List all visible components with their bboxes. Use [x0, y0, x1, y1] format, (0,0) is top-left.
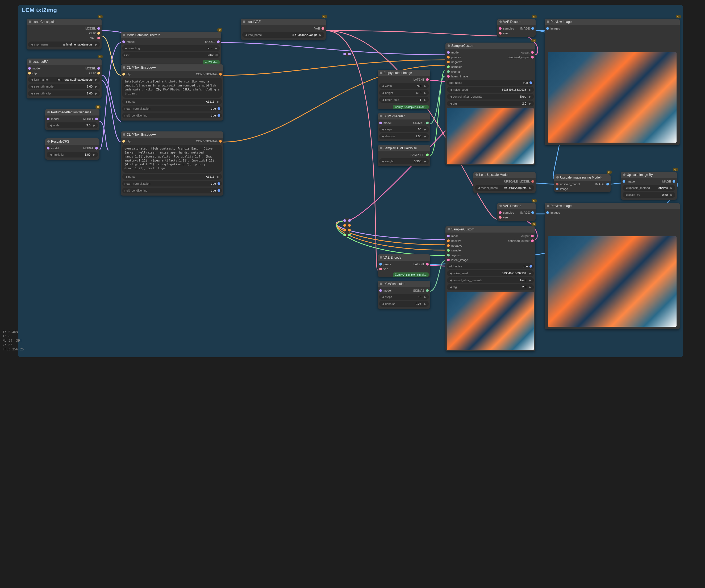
denoise-widget[interactable]: ◀denoise1.00▶: [379, 133, 429, 139]
node-title[interactable]: Preview Image: [545, 18, 680, 25]
add-noise-widget[interactable]: add_noisetrue: [447, 263, 534, 269]
node-sampler-lcm-dual-noise[interactable]: SamplerLCMDualNoise SAMPLER ◀weight0.900…: [378, 145, 430, 166]
reroute[interactable]: [345, 52, 349, 56]
node-empty-latent-image[interactable]: Empty Latent Image LATENT ◀width768▶ ◀he…: [378, 70, 430, 109]
in-samples[interactable]: samples: [503, 211, 514, 214]
node-vae-encode[interactable]: VAE Encode pixelsLATENT vae ComfyUI-samp…: [378, 254, 430, 277]
prompt-text[interactable]: intricately detailed art photo by michik…: [122, 78, 222, 98]
in-vae[interactable]: vae: [383, 267, 388, 271]
ctrl-after-gen-widget[interactable]: ◀control_after_generatefixed▶: [447, 277, 534, 283]
in-sampler[interactable]: sampler: [451, 249, 462, 252]
node-upscale-image-model[interactable]: ⚙ Upscale Image (using Model) upscale_mo…: [554, 174, 611, 192]
strength-clip-widget[interactable]: ◀strength_clip1.00▶: [28, 90, 100, 96]
zsnr-widget[interactable]: zsnrfalse: [122, 52, 220, 58]
node-title[interactable]: Empty Latent Image: [378, 70, 430, 76]
reroute-block[interactable]: [345, 218, 349, 237]
cfg-widget[interactable]: ◀cfg2.0▶: [447, 100, 534, 106]
node-rescale-cfg[interactable]: RescaleCFG modelMODEL ◀multiplier1.00▶: [45, 138, 99, 160]
out-image[interactable]: IMAGE: [520, 211, 530, 214]
prev-arrow[interactable]: ◀: [30, 43, 34, 46]
node-load-checkpoint[interactable]: ⚙ Load Checkpoint MODEL CLIP VAE ◀ckpt_n…: [27, 18, 102, 49]
node-vae-decode-2[interactable]: ⚙ VAE Decode samplesIMAGE vae: [497, 203, 535, 221]
out-conditioning[interactable]: CONDITIONING: [196, 73, 218, 76]
in-sampler[interactable]: sampler: [451, 65, 462, 69]
in-model[interactable]: model: [51, 117, 59, 121]
batch-size-widget[interactable]: ◀batch_size1▶: [379, 97, 429, 103]
in-images[interactable]: images: [551, 211, 560, 214]
in-image[interactable]: image: [627, 180, 635, 183]
out-latent[interactable]: LATENT: [414, 263, 424, 266]
add-noise-widget[interactable]: add_noisetrue: [447, 80, 534, 86]
out-denoised[interactable]: denoised_output: [508, 239, 529, 242]
in-model[interactable]: model: [451, 51, 459, 54]
node-title[interactable]: Preview Image: [545, 203, 680, 209]
node-title[interactable]: CLIP Text Encode++: [121, 64, 223, 71]
node-title[interactable]: SamplerCustom: [445, 226, 535, 232]
node-title[interactable]: Load VAE: [241, 18, 326, 25]
model-name-widget[interactable]: ◀model_name4x-UltraSharp.pth▶: [475, 185, 534, 191]
node-load-upscale-model[interactable]: Load Upscale Model UPSCALE_MODEL ◀model_…: [473, 172, 535, 193]
out-sigmas[interactable]: SIGMAS: [413, 289, 424, 292]
out-vae[interactable]: VAE: [314, 27, 320, 30]
node-lcm-scheduler-2[interactable]: LCMScheduler modelSIGMAS ◀steps12▶ ◀deno…: [378, 281, 430, 309]
scale-widget[interactable]: ◀scale3.0▶: [47, 122, 98, 128]
in-sigmas[interactable]: sigmas: [451, 70, 461, 73]
node-upscale-image-by[interactable]: ⚙ Upscale Image By imageIMAGE ◀upscale_m…: [621, 172, 677, 200]
node-clip-text-encode-pos[interactable]: CLIP Text Encode++ clipCONDITIONING intr…: [121, 64, 223, 121]
in-model[interactable]: model: [383, 289, 391, 292]
in-sigmas[interactable]: sigmas: [451, 254, 461, 257]
in-vae[interactable]: vae: [503, 216, 508, 219]
out-image[interactable]: IMAGE: [596, 183, 605, 186]
out-output[interactable]: output: [521, 51, 529, 54]
in-model[interactable]: model: [127, 40, 135, 43]
out-denoised[interactable]: denoised_output: [508, 56, 529, 59]
in-samples[interactable]: samples: [503, 27, 514, 30]
ckpt-name-widget[interactable]: ◀ckpt_nameanimefiner.safetensors▶: [28, 42, 100, 47]
ctrl-after-gen-widget[interactable]: ◀control_after_generatefixed▶: [447, 94, 534, 99]
node-preview-image-1[interactable]: ⚙ Preview Image images: [545, 18, 680, 145]
parser-widget[interactable]: ◀parserA1111▶: [122, 174, 222, 180]
in-images[interactable]: images: [551, 27, 560, 30]
upscale-method-widget[interactable]: ◀upscale_methodlanczos▶: [622, 185, 675, 191]
out-sampler[interactable]: SAMPLER: [410, 153, 424, 156]
vae-name-widget[interactable]: ◀vae_namekl-f8-anime2.vae.pt▶: [242, 32, 324, 38]
height-widget[interactable]: ◀height512▶: [379, 90, 429, 96]
in-model[interactable]: model: [451, 234, 459, 238]
denoise-widget[interactable]: ◀denoise0.24▶: [379, 301, 429, 307]
in-model[interactable]: model: [51, 147, 59, 150]
out-vae[interactable]: VAE: [90, 37, 96, 40]
out-sigmas[interactable]: SIGMAS: [413, 121, 424, 125]
out-model[interactable]: MODEL: [83, 117, 94, 121]
sampling-widget[interactable]: ◀samplinglcm▶: [122, 45, 220, 51]
node-title[interactable]: Load Upscale Model: [473, 172, 535, 178]
out-model[interactable]: MODEL: [85, 67, 96, 70]
in-pixels[interactable]: pixels: [383, 263, 391, 266]
node-perturbed-attention-guidance[interactable]: ⚙ PerturbedAttentionGuidance modelMODEL …: [45, 109, 99, 130]
node-sampler-custom-1[interactable]: ⚙ SamplerCustom modeloutput positivedeno…: [445, 43, 535, 165]
noise-seed-widget[interactable]: ◀noise_seed593349715832934▶: [447, 270, 534, 276]
out-image[interactable]: IMAGE: [662, 180, 671, 183]
noise-seed-widget[interactable]: ◀noise_seed593349715832938▶: [447, 87, 534, 93]
in-model[interactable]: model: [33, 67, 40, 70]
node-title[interactable]: CLIP Text Encode++: [121, 131, 223, 138]
node-load-lora[interactable]: ⚙ Load LoRA modelMODEL clipCLIP ◀lora_na…: [27, 58, 102, 98]
out-upscale-model[interactable]: UPSCALE_MODEL: [504, 180, 530, 183]
steps-widget[interactable]: ◀steps50▶: [379, 126, 429, 132]
node-title[interactable]: VAE Decode: [497, 203, 535, 209]
node-load-vae[interactable]: ⚙ Load VAE VAE ◀vae_namekl-f8-anime2.vae…: [241, 18, 326, 40]
next-arrow[interactable]: ▶: [94, 43, 98, 46]
in-clip[interactable]: clip: [127, 140, 131, 143]
node-title[interactable]: ModelSamplingDiscrete: [121, 32, 221, 38]
node-title[interactable]: Upscale Image (using Model): [554, 174, 611, 181]
in-latent[interactable]: latent_image: [451, 75, 468, 78]
scale-by-widget[interactable]: ◀scale_by0.50▶: [622, 192, 675, 198]
node-model-sampling-discrete[interactable]: ⚙ ModelSamplingDiscrete modelMODEL ◀samp…: [121, 32, 221, 65]
out-clip[interactable]: CLIP: [89, 32, 96, 35]
in-model[interactable]: model: [383, 121, 391, 125]
in-upscale-model[interactable]: upscale_model: [560, 183, 580, 186]
out-latent[interactable]: LATENT: [414, 78, 424, 81]
node-clip-text-encode-neg[interactable]: CLIP Text Encode++ clipCONDITIONING over…: [121, 131, 223, 195]
weight-widget[interactable]: ◀weight0.900▶: [379, 158, 429, 164]
node-title[interactable]: LCMScheduler: [378, 281, 430, 287]
cfg-widget[interactable]: ◀cfg2.0▶: [447, 284, 534, 290]
